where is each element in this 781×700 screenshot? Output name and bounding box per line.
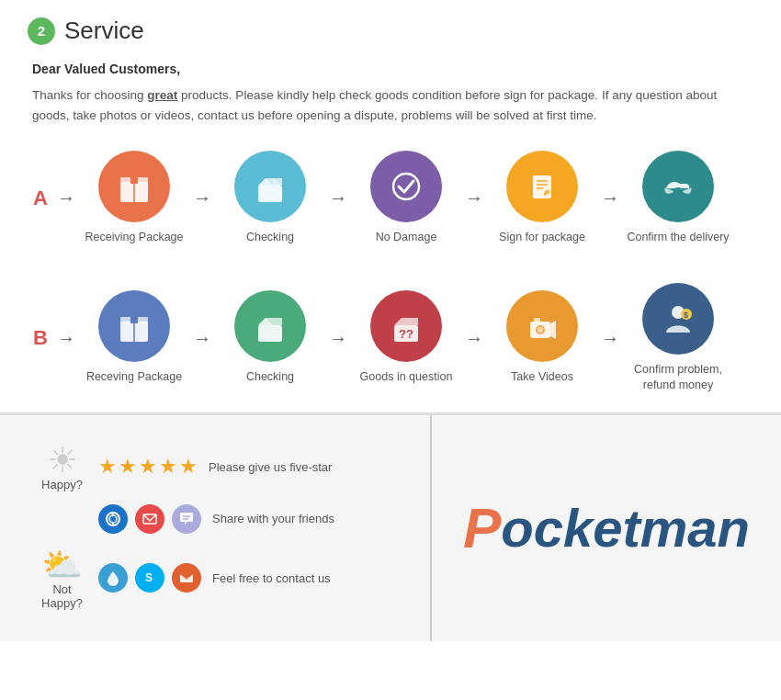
row-a-label: A [28,186,53,210]
logo-rest: ocketman [501,502,750,555]
feedback-text-1: Please give us five-star [209,460,332,474]
svg-point-19 [538,327,543,333]
greeting-text: Dear Valued Customers, [32,62,753,76]
svg-point-26 [109,515,117,523]
svg-rect-6 [533,175,551,198]
star-3: ★ [139,455,157,479]
circle-b-5: $ [642,283,714,355]
top-section: 2 Service Dear Valued Customers, Thanks … [0,0,781,415]
circle-a-1 [98,151,170,222]
feedback-text-2: Share with your friends [212,512,334,525]
mail-icon[interactable] [135,504,164,534]
arrow-a-0: → [57,187,75,209]
not-happy-icon-area: ⛅ Not Happy? [37,547,87,611]
circle-a-2 [234,151,306,222]
happy-label: Happy? [37,478,87,491]
flow-row-a: A → Receiving Package → [28,141,753,246]
flow-item-a-4: Sign for package [487,151,597,246]
flow-item-b-5: $ Confirm problem, refund money [623,283,733,394]
circle-b-4 [506,290,578,362]
svg-rect-21 [534,318,540,322]
svg-text:??: ?? [399,327,413,341]
label-b-5: Confirm problem, refund money [634,362,722,394]
service-header: 2 Service [28,17,753,45]
svg-rect-4 [258,186,282,202]
intro-text: Thanks for choosing great products. Plea… [32,85,753,125]
svg-point-5 [393,174,419,199]
circle-a-5 [642,151,714,222]
label-b-2: Checking [246,369,294,386]
bottom-section: ☀ Happy? ★ ★ ★ ★ ★ Please give us five-s… [0,415,781,642]
star-2: ★ [119,455,137,479]
flow-item-a-2: Checking [215,151,325,246]
star-4: ★ [159,455,177,479]
chat-icon[interactable] [172,504,201,534]
flow-item-a-5: Confirm the delivery [623,151,733,246]
star-5: ★ [179,455,198,479]
label-b-3: Goods in question [360,369,453,386]
circle-a-3 [370,151,442,222]
flow-row-b: B → Receving Package → [28,274,753,394]
svg-text:$: $ [684,310,688,320]
social-icons [98,504,201,534]
envelope-icon[interactable] [172,563,201,593]
bottom-right: P ocketman [432,415,781,642]
label-b-1: Receving Package [86,369,182,386]
logo-p: P [463,500,501,557]
label-a-5: Confirm the delivery [627,230,729,246]
circle-b-1 [98,290,170,362]
flow-item-b-1: Receving Package [79,290,189,386]
star-1: ★ [98,455,117,479]
feedback-text-3: Feel free to contact us [212,571,331,585]
bottom-left: ☀ Happy? ★ ★ ★ ★ ★ Please give us five-s… [0,415,432,642]
flow-item-b-3: ?? Goods in question [351,290,461,386]
label-a-2: Checking [246,230,294,246]
label-a-3: No Damage [376,230,437,246]
svg-marker-20 [550,321,556,339]
happy-icon-area: ☀ Happy? [37,443,87,491]
circle-a-4 [506,151,578,222]
contact-icons: S [98,563,201,593]
flow-item-a-3: No Damage [351,151,461,246]
step-badge: 2 [28,17,55,45]
feedback-row-3: ⛅ Not Happy? S [37,547,412,611]
feedback-row-2: Share with your friends [37,504,412,534]
svg-text:S: S [145,571,153,584]
not-happy-label: Not Happy? [37,582,87,610]
label-a-1: Receiving Package [85,230,183,246]
phone-icon[interactable] [98,504,128,534]
circle-b-2 [234,290,306,362]
svg-rect-14 [258,325,282,342]
skype-icon[interactable]: S [135,563,164,593]
flow-item-b-4: Take Videos [487,290,597,386]
svg-marker-33 [180,574,193,582]
flow-item-a-1: Receiving Package [79,151,189,246]
label-a-4: Sign for package [499,230,585,246]
feedback-row-1: ☀ Happy? ★ ★ ★ ★ ★ Please give us five-s… [37,443,412,491]
water-icon[interactable] [98,563,128,593]
service-title: Service [64,17,144,45]
stars-row: ★ ★ ★ ★ ★ [98,455,198,479]
row-b-label: B [28,326,53,350]
circle-b-3: ?? [370,290,442,362]
label-b-4: Take Videos [511,369,573,386]
flow-item-b-2: Checking [215,290,325,386]
pocketman-logo: P ocketman [463,500,750,557]
